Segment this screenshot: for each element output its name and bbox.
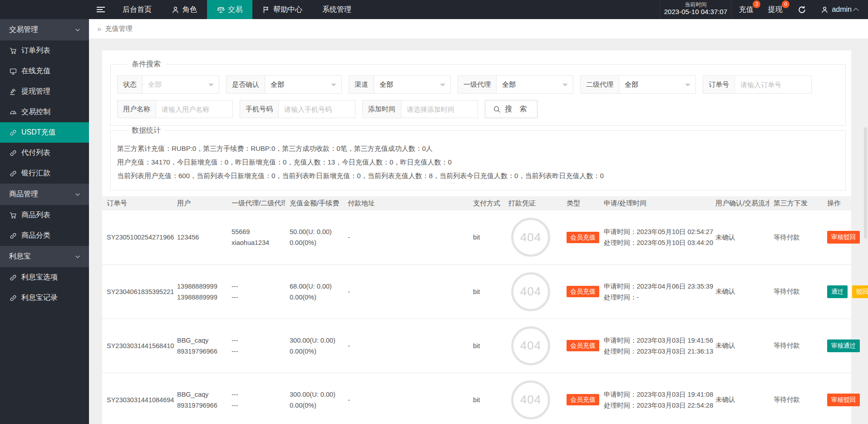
user-icon	[821, 6, 829, 14]
phone-input[interactable]	[279, 100, 355, 118]
person-icon	[172, 6, 179, 14]
user-menu[interactable]: admin	[814, 0, 868, 19]
recharge-table-wrap: 订单号用户一级代理/二级代理充值金额/手续费付款地址支付方式打款凭证类型申请/处…	[102, 196, 851, 424]
action-button-审核通过[interactable]: 审核通过	[827, 339, 860, 352]
user-cell: 1398888999913988889999	[173, 264, 227, 319]
menu-collapse-icon[interactable]	[89, 0, 113, 19]
link-icon	[10, 150, 17, 157]
nav-item-help[interactable]: 帮助中心	[252, 0, 312, 19]
third-party-cell: 等待付款	[769, 319, 823, 373]
search-panel: 条件搜索 状态全部是否确认全部渠道全部一级代理全部二级代理全部订单号 用户名称手…	[110, 60, 846, 126]
action-button-审核驳回[interactable]: 审核驳回	[827, 394, 860, 406]
add-time-input-label: 添加时间	[363, 100, 401, 118]
channel-select[interactable]: 全部	[374, 76, 450, 93]
payment-proof-404-placeholder: 404	[511, 272, 550, 311]
sidebar-item-usdt-topup[interactable]: USDT充值	[0, 122, 89, 143]
table-row: SY23040618353952211398888999913988889999…	[102, 264, 851, 319]
table-row: SY2303031441568410BBG_caqy89319796966---…	[102, 319, 851, 373]
refresh-button[interactable]	[789, 0, 814, 19]
select-value: 全部	[380, 80, 393, 89]
cell-lines: ------	[232, 281, 281, 303]
cell-lines: 68.00(U: 0.00)0.00(0%)	[290, 281, 339, 303]
sidebar-group-goods[interactable]: 商品管理	[0, 184, 89, 205]
action-button-审核驳回[interactable]: 审核驳回	[827, 231, 860, 244]
sidebar: 交易管理订单列表在线充值提现管理交易控制USDT充值代付列表银行汇款商品管理商品…	[0, 19, 89, 424]
withdraw-shortcut-label: 提现	[768, 5, 782, 15]
monitor-icon	[10, 68, 17, 75]
select-caret-icon	[208, 84, 214, 89]
stats-line-2: 用户充值：34170，今日新增充值：0，昨日新增充值：0，充值人数：13，今日充…	[117, 155, 839, 169]
order-no-input[interactable]	[735, 76, 811, 93]
order-no-input-group: 订单号	[703, 75, 812, 94]
sidebar-item-payout-list[interactable]: 代付列表	[0, 143, 89, 163]
username-input[interactable]	[156, 100, 232, 118]
actions-cell: 审核驳回	[823, 210, 851, 264]
agent1-select-label: 一级代理	[458, 76, 497, 93]
col-header: 申请/处理时间	[599, 196, 711, 210]
status-select[interactable]: 全部	[143, 76, 219, 93]
agent2-select[interactable]: 全部	[619, 76, 695, 93]
search-button[interactable]: 搜 索	[485, 100, 538, 118]
sidebar-item-bank-transfer[interactable]: 银行汇款	[0, 163, 89, 184]
nav-item-role[interactable]: 角色	[162, 0, 207, 19]
link-icon	[10, 274, 17, 281]
agent2-select-label: 二级代理	[581, 76, 619, 93]
page-card: 条件搜索 状态全部是否确认全部渠道全部一级代理全部二级代理全部订单号 用户名称手…	[102, 50, 851, 424]
cell-lines: 123456	[177, 232, 222, 243]
payment-proof-404-placeholder: 404	[511, 380, 550, 419]
confirm-select-group: 是否确认全部	[226, 75, 342, 94]
recharge-shortcut[interactable]: 充值 3	[731, 0, 760, 19]
search-icon	[493, 105, 501, 113]
actions-cell: 审核通过	[823, 319, 851, 373]
table-row: SY2303031441084694BBG_caqy89319796966---…	[102, 373, 851, 424]
hamburger-icon	[97, 5, 105, 14]
flag-icon	[262, 6, 270, 14]
cart-icon	[10, 47, 17, 55]
gavel-icon	[10, 88, 17, 95]
search-row-2: 用户名称手机号码添加时间搜 索	[117, 100, 839, 118]
agent1-select[interactable]: 全部	[497, 76, 573, 93]
link-icon	[10, 294, 17, 302]
col-header: 操作	[823, 196, 851, 210]
add-time-input[interactable]	[401, 100, 478, 118]
type-cell: 会员充值	[562, 373, 599, 424]
sidebar-item-trade-control[interactable]: 交易控制	[0, 102, 89, 122]
action-button-通过[interactable]: 通过	[827, 285, 848, 298]
confirm-cell: 未确认	[711, 373, 769, 424]
sidebar-item-online-topup[interactable]: 在线充值	[0, 61, 89, 81]
cell-lines: 300.00(U: 0.00)0.00(0%)	[290, 335, 339, 357]
sidebar-group-trade[interactable]: 交易管理	[0, 19, 89, 40]
cell-lines: 申请时间：2023年03月03日 19:41:08处理时间：2023年03月03…	[604, 389, 706, 411]
nav-item-label: 角色	[182, 5, 197, 15]
third-party-cell: 等待付款	[769, 264, 823, 319]
sidebar-item-lixibao-options[interactable]: 利息宝选项	[0, 267, 89, 288]
phone-input-wrap	[279, 100, 355, 118]
sidebar-item-order-list[interactable]: 订单列表	[0, 40, 89, 61]
action-button-驳回[interactable]: 驳回	[852, 285, 868, 298]
chevron-down-icon	[74, 27, 81, 33]
nav-item-label: 帮助中心	[273, 5, 302, 15]
confirm-cell: 未确认	[711, 210, 769, 264]
stats-line-3: 当前列表用户充值：600，当前列表今日新增充值：0，当前列表昨日新增充值：0，当…	[117, 169, 839, 183]
nav-item-home[interactable]: 后台首页	[113, 0, 162, 19]
nav-item-trade[interactable]: 交易	[207, 0, 252, 19]
vertical-scrollbar[interactable]	[864, 127, 867, 239]
amount-cell: 50.00(U: 0.00)0.00(0%)	[285, 210, 343, 264]
sidebar-group-lixibao[interactable]: 利息宝	[0, 246, 89, 267]
main-content: » 充值管理 条件搜索 状态全部是否确认全部渠道全部一级代理全部二级代理全部订单…	[89, 19, 868, 424]
confirm-select[interactable]: 全部	[265, 76, 341, 93]
sidebar-item-withdraw-mgmt[interactable]: 提现管理	[0, 81, 89, 102]
sidebar-item-lixibao-records[interactable]: 利息宝记录	[0, 288, 89, 308]
nav-item-label: 后台首页	[123, 5, 152, 15]
actions-cell: 审核驳回	[823, 373, 851, 424]
withdraw-shortcut[interactable]: 提现 0	[760, 0, 789, 19]
cell-lines: ------	[232, 335, 281, 357]
sidebar-item-label: 利息宝选项	[21, 273, 58, 282]
topbar-right: 当前时间 2023-05-10 04:37:07 充值 3 提现 0 admin	[660, 0, 868, 19]
search-panel-title: 条件搜索	[127, 60, 165, 69]
cell-lines: 1398888999913988889999	[177, 281, 222, 303]
sidebar-item-goods-list[interactable]: 商品列表	[0, 205, 89, 225]
nav-item-system[interactable]: 系统管理	[312, 0, 361, 19]
sidebar-item-label: 商品分类	[21, 231, 50, 240]
sidebar-item-goods-category[interactable]: 商品分类	[0, 225, 89, 246]
